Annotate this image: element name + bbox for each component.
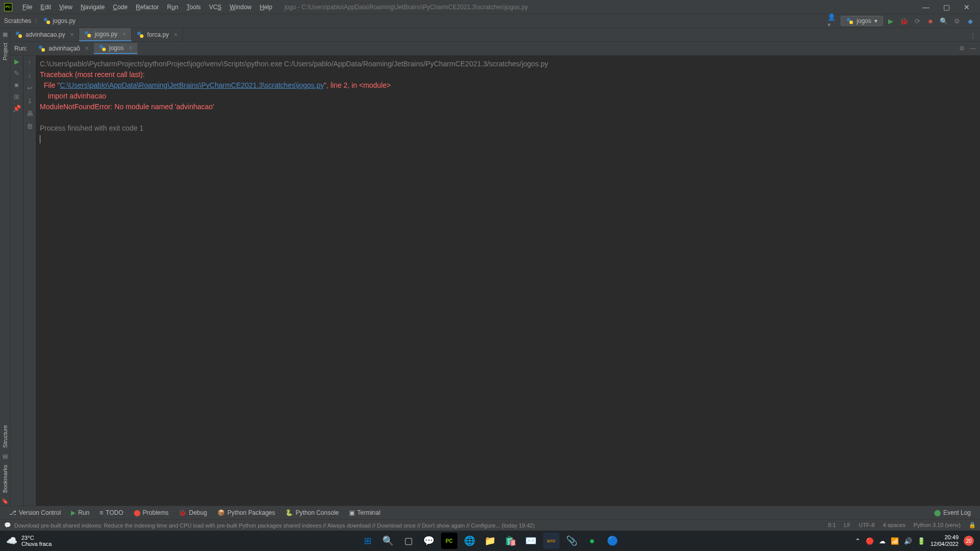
search-icon[interactable]: 🔍: [380, 533, 396, 549]
python-icon: [99, 44, 106, 52]
stop-button[interactable]: ■: [925, 15, 936, 27]
line-separator[interactable]: LF: [844, 522, 851, 529]
run-tab-label: advinhaçaõ: [48, 45, 80, 52]
start-button[interactable]: ⊞: [359, 533, 376, 549]
notification-icon[interactable]: 💬: [4, 522, 11, 529]
console-file-link[interactable]: C:\Users\pablo\AppData\Roaming\JetBrains…: [60, 81, 324, 89]
console-output[interactable]: C:\Users\pablo\PycharmProjects\pythonPro…: [36, 56, 980, 506]
menu-navigate[interactable]: Navigate: [77, 2, 109, 13]
structure-tool-icon[interactable]: ▤: [3, 453, 8, 460]
svg-point-8: [137, 32, 141, 35]
run-config-selector[interactable]: jogos ▾: [841, 16, 883, 26]
editor-tab-advinhacao[interactable]: advinhacao.py ×: [10, 28, 79, 41]
explorer-icon[interactable]: 📁: [482, 533, 498, 549]
lock-icon[interactable]: 🔒: [969, 522, 976, 529]
tray-battery-icon[interactable]: 🔋: [917, 537, 925, 545]
menu-refactor[interactable]: Refactor: [132, 2, 163, 13]
menu-run[interactable]: Run: [163, 2, 182, 13]
rerun-icon[interactable]: ▶: [14, 58, 19, 65]
editor-tab-jogos[interactable]: jogos.py ×: [79, 28, 132, 41]
tab-run[interactable]: ▶Run: [66, 507, 94, 518]
pycharm-icon: PC: [4, 3, 12, 11]
file-encoding[interactable]: UTF-8: [859, 522, 874, 529]
edge-icon[interactable]: 🌐: [461, 533, 478, 549]
close-tab-icon[interactable]: ×: [129, 44, 132, 52]
store-icon[interactable]: 🛍️: [502, 533, 519, 549]
tab-python-console[interactable]: 🐍Python Console: [280, 507, 344, 518]
soft-wrap-icon[interactable]: ↩: [27, 84, 33, 92]
chat-icon[interactable]: 💬: [421, 533, 437, 549]
close-tab-icon[interactable]: ×: [122, 31, 126, 38]
spotify-icon[interactable]: ●: [584, 533, 600, 549]
pycharm-taskbar-icon[interactable]: PC: [441, 533, 457, 549]
minimize-button[interactable]: —: [921, 3, 931, 11]
editor-tab-forca[interactable]: forca.py ×: [132, 28, 183, 41]
close-tab-icon[interactable]: ×: [70, 31, 74, 38]
indent-info[interactable]: 4 spaces: [883, 522, 905, 529]
breadcrumb-file[interactable]: jogos.py: [53, 17, 76, 24]
menu-file[interactable]: File: [18, 2, 36, 13]
breadcrumb-scratches[interactable]: Scratches: [4, 17, 31, 24]
down-icon[interactable]: ↓: [28, 71, 32, 79]
menu-help[interactable]: Help: [256, 2, 277, 13]
tabs-more-icon[interactable]: ⋮: [966, 30, 980, 41]
tab-todo[interactable]: ≡TODO: [94, 507, 128, 518]
bookmarks-tool-label[interactable]: Bookmarks: [2, 461, 8, 497]
office-icon[interactable]: 📎: [564, 533, 580, 549]
run-button[interactable]: ▶: [885, 15, 896, 27]
tray-app-icon[interactable]: 🔴: [866, 537, 874, 545]
project-tool-icon[interactable]: ▦: [3, 31, 8, 38]
tab-python-packages[interactable]: 📦Python Packages: [212, 507, 280, 518]
settings-button[interactable]: ⚙: [951, 15, 963, 27]
trash-icon[interactable]: 🗑: [27, 122, 33, 130]
menu-tools[interactable]: Tools: [182, 2, 205, 13]
notification-badge[interactable]: 20: [964, 536, 974, 546]
menu-window[interactable]: Window: [226, 2, 256, 13]
menu-code[interactable]: Code: [109, 2, 132, 13]
run-settings-icon[interactable]: ⚙: [959, 45, 965, 52]
status-message[interactable]: Download pre-built shared indexes: Reduc…: [14, 522, 535, 529]
interpreter-info[interactable]: Python 3.10 (venv): [914, 522, 961, 529]
maximize-button[interactable]: ▢: [941, 3, 951, 11]
run-tab-jogos[interactable]: jogos ×: [94, 43, 138, 54]
tab-terminal[interactable]: ▣Terminal: [344, 507, 385, 518]
pin-icon[interactable]: 📌: [13, 105, 21, 112]
close-tab-icon[interactable]: ×: [174, 31, 178, 38]
chrome-icon[interactable]: 🔵: [604, 533, 621, 549]
run-tab-advinhacao[interactable]: advinhaçaõ ×: [33, 43, 93, 54]
coverage-button[interactable]: ⟳: [912, 15, 923, 27]
run-hide-icon[interactable]: —: [970, 45, 976, 52]
menu-vcs[interactable]: VCS: [205, 2, 226, 13]
print-icon[interactable]: 🖶: [27, 110, 33, 117]
tray-wifi-icon[interactable]: 📶: [891, 537, 899, 545]
bookmarks-tool-icon[interactable]: 🔖: [2, 498, 9, 505]
user-icon[interactable]: 👤▾: [827, 15, 839, 27]
taskbar-clock[interactable]: 20:49 12/04/2022: [930, 534, 959, 547]
structure-tool-label[interactable]: Structure: [2, 421, 8, 452]
taskbar-weather[interactable]: ☁️ 23°C Chuva fraca: [6, 535, 52, 547]
search-button[interactable]: 🔍: [938, 15, 949, 27]
up-icon[interactable]: ↑: [28, 59, 32, 66]
stop-icon[interactable]: ■: [15, 81, 19, 89]
menu-view[interactable]: View: [55, 2, 77, 13]
tab-problems[interactable]: ⬤Problems: [129, 507, 174, 518]
edit-config-icon[interactable]: ✎: [14, 69, 19, 77]
mail-icon[interactable]: ✉️: [523, 533, 539, 549]
tray-volume-icon[interactable]: 🔊: [904, 537, 912, 545]
menu-edit[interactable]: Edit: [36, 2, 55, 13]
tray-chevron-icon[interactable]: ⌃: [855, 537, 861, 545]
tab-version-control[interactable]: ⎇Version Control: [4, 507, 66, 518]
project-tool-label[interactable]: Project: [2, 39, 8, 64]
close-tab-icon[interactable]: ×: [85, 45, 89, 52]
tray-onedrive-icon[interactable]: ☁: [879, 537, 886, 545]
close-button[interactable]: ✕: [962, 3, 972, 11]
tab-event-log[interactable]: ⬤Event Log: [929, 507, 976, 518]
amazon-icon[interactable]: amz: [543, 533, 559, 549]
scroll-end-icon[interactable]: ⤓: [27, 97, 33, 105]
debug-button[interactable]: 🐞: [898, 15, 910, 27]
ide-features-button[interactable]: ◆: [965, 15, 976, 27]
tab-debug[interactable]: 🐞Debug: [174, 507, 212, 518]
caret-position[interactable]: 8:1: [828, 522, 836, 529]
task-view-icon[interactable]: ▢: [400, 533, 416, 549]
layout-icon[interactable]: ⊞: [14, 93, 19, 101]
